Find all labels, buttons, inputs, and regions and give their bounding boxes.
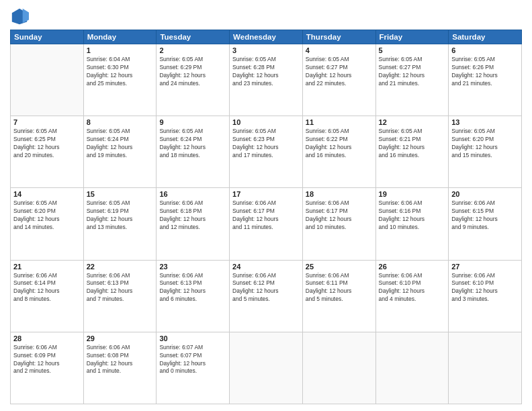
weekday-header-friday: Friday [375,30,449,44]
calendar-cell: 12Sunrise: 6:05 AM Sunset: 6:21 PM Dayli… [375,116,449,188]
calendar-cell: 10Sunrise: 6:05 AM Sunset: 6:23 PM Dayli… [230,116,303,188]
calendar-cell: 19Sunrise: 6:06 AM Sunset: 6:16 PM Dayli… [375,188,449,260]
day-info: Sunrise: 6:06 AM Sunset: 6:11 PM Dayligh… [306,272,373,304]
day-info: Sunrise: 6:06 AM Sunset: 6:09 PM Dayligh… [13,344,81,376]
calendar-cell: 2Sunrise: 6:05 AM Sunset: 6:29 PM Daylig… [157,44,230,116]
day-info: Sunrise: 6:04 AM Sunset: 6:30 PM Dayligh… [87,56,154,88]
day-info: Sunrise: 6:05 AM Sunset: 6:19 PM Dayligh… [87,199,154,232]
day-number: 18 [306,190,373,198]
day-number: 23 [159,263,226,271]
calendar-cell: 28Sunrise: 6:06 AM Sunset: 6:09 PM Dayli… [11,332,84,404]
day-info: Sunrise: 6:05 AM Sunset: 6:27 PM Dayligh… [306,56,373,88]
day-number: 14 [13,190,81,198]
calendar-cell: 1Sunrise: 6:04 AM Sunset: 6:30 PM Daylig… [83,44,157,116]
day-info: Sunrise: 6:05 AM Sunset: 6:29 PM Dayligh… [159,56,226,88]
day-number: 27 [451,263,519,271]
day-info: Sunrise: 6:05 AM Sunset: 6:22 PM Dayligh… [306,128,373,160]
day-info: Sunrise: 6:06 AM Sunset: 6:16 PM Dayligh… [379,199,446,232]
calendar-cell: 11Sunrise: 6:05 AM Sunset: 6:22 PM Dayli… [302,116,375,188]
calendar-cell [449,332,522,404]
day-number: 16 [159,190,226,198]
calendar-cell: 21Sunrise: 6:06 AM Sunset: 6:14 PM Dayli… [11,260,84,332]
weekday-header-tuesday: Tuesday [157,30,230,44]
logo [10,7,32,26]
calendar-cell: 13Sunrise: 6:05 AM Sunset: 6:20 PM Dayli… [449,116,522,188]
day-number: 7 [13,118,81,126]
day-number: 26 [379,263,446,271]
calendar-cell: 9Sunrise: 6:05 AM Sunset: 6:24 PM Daylig… [157,116,230,188]
day-info: Sunrise: 6:06 AM Sunset: 6:13 PM Dayligh… [87,272,154,304]
day-number: 29 [87,334,154,342]
calendar-cell: 4Sunrise: 6:05 AM Sunset: 6:27 PM Daylig… [302,44,375,116]
calendar-cell: 18Sunrise: 6:06 AM Sunset: 6:17 PM Dayli… [302,188,375,260]
weekday-header-monday: Monday [83,30,157,44]
day-number: 1 [87,46,154,54]
day-info: Sunrise: 6:05 AM Sunset: 6:21 PM Dayligh… [379,128,446,160]
calendar-cell: 5Sunrise: 6:05 AM Sunset: 6:27 PM Daylig… [375,44,449,116]
week-row-3: 14Sunrise: 6:05 AM Sunset: 6:20 PM Dayli… [11,188,522,260]
calendar-cell: 25Sunrise: 6:06 AM Sunset: 6:11 PM Dayli… [302,260,375,332]
calendar-cell: 26Sunrise: 6:06 AM Sunset: 6:10 PM Dayli… [375,260,449,332]
day-info: Sunrise: 6:05 AM Sunset: 6:26 PM Dayligh… [451,56,519,88]
day-info: Sunrise: 6:06 AM Sunset: 6:18 PM Dayligh… [159,199,226,232]
day-info: Sunrise: 6:05 AM Sunset: 6:27 PM Dayligh… [379,56,446,88]
calendar-cell: 23Sunrise: 6:06 AM Sunset: 6:13 PM Dayli… [157,260,230,332]
weekday-header-wednesday: Wednesday [230,30,303,44]
day-info: Sunrise: 6:06 AM Sunset: 6:14 PM Dayligh… [13,272,81,304]
weekday-header-saturday: Saturday [449,30,522,44]
day-info: Sunrise: 6:06 AM Sunset: 6:17 PM Dayligh… [306,199,373,232]
svg-marker-1 [23,9,29,23]
day-info: Sunrise: 6:05 AM Sunset: 6:24 PM Dayligh… [159,128,226,160]
day-number: 13 [451,118,519,126]
day-number: 30 [159,334,226,342]
day-info: Sunrise: 6:06 AM Sunset: 6:10 PM Dayligh… [379,272,446,304]
day-info: Sunrise: 6:07 AM Sunset: 6:07 PM Dayligh… [159,344,226,376]
week-row-1: 1Sunrise: 6:04 AM Sunset: 6:30 PM Daylig… [11,44,522,116]
calendar-cell: 8Sunrise: 6:05 AM Sunset: 6:24 PM Daylig… [83,116,157,188]
calendar-cell: 14Sunrise: 6:05 AM Sunset: 6:20 PM Dayli… [11,188,84,260]
calendar-cell [11,44,84,116]
calendar-cell: 22Sunrise: 6:06 AM Sunset: 6:13 PM Dayli… [83,260,157,332]
day-number: 19 [379,190,446,198]
weekday-header-thursday: Thursday [302,30,375,44]
day-number: 22 [87,263,154,271]
day-info: Sunrise: 6:05 AM Sunset: 6:28 PM Dayligh… [232,56,300,88]
day-number: 8 [87,118,154,126]
calendar-cell [375,332,449,404]
day-number: 2 [159,46,226,54]
day-number: 21 [13,263,81,271]
calendar-cell: 15Sunrise: 6:05 AM Sunset: 6:19 PM Dayli… [83,188,157,260]
day-number: 3 [232,46,300,54]
calendar-cell: 24Sunrise: 6:06 AM Sunset: 6:12 PM Dayli… [230,260,303,332]
logo-icon [10,7,29,26]
weekday-header-sunday: Sunday [11,30,84,44]
day-number: 9 [159,118,226,126]
calendar-cell: 7Sunrise: 6:05 AM Sunset: 6:25 PM Daylig… [11,116,84,188]
day-info: Sunrise: 6:06 AM Sunset: 6:17 PM Dayligh… [232,199,300,232]
day-number: 12 [379,118,446,126]
week-row-2: 7Sunrise: 6:05 AM Sunset: 6:25 PM Daylig… [11,116,522,188]
day-number: 20 [451,190,519,198]
day-info: Sunrise: 6:06 AM Sunset: 6:08 PM Dayligh… [87,344,154,376]
day-info: Sunrise: 6:06 AM Sunset: 6:13 PM Dayligh… [159,272,226,304]
calendar-table: SundayMondayTuesdayWednesdayThursdayFrid… [10,30,522,404]
day-number: 4 [306,46,373,54]
calendar-cell [302,332,375,404]
day-number: 15 [87,190,154,198]
day-number: 6 [451,46,519,54]
day-info: Sunrise: 6:06 AM Sunset: 6:10 PM Dayligh… [451,272,519,304]
page: SundayMondayTuesdayWednesdayThursdayFrid… [0,0,532,411]
week-row-5: 28Sunrise: 6:06 AM Sunset: 6:09 PM Dayli… [11,332,522,404]
calendar-cell: 6Sunrise: 6:05 AM Sunset: 6:26 PM Daylig… [449,44,522,116]
calendar-cell: 16Sunrise: 6:06 AM Sunset: 6:18 PM Dayli… [157,188,230,260]
calendar-cell: 3Sunrise: 6:05 AM Sunset: 6:28 PM Daylig… [230,44,303,116]
week-row-4: 21Sunrise: 6:06 AM Sunset: 6:14 PM Dayli… [11,260,522,332]
day-info: Sunrise: 6:06 AM Sunset: 6:12 PM Dayligh… [232,272,300,304]
calendar-cell: 20Sunrise: 6:06 AM Sunset: 6:15 PM Dayli… [449,188,522,260]
day-info: Sunrise: 6:05 AM Sunset: 6:25 PM Dayligh… [13,128,81,160]
header [10,7,522,26]
calendar-cell [230,332,303,404]
day-number: 24 [232,263,300,271]
day-info: Sunrise: 6:06 AM Sunset: 6:15 PM Dayligh… [451,199,519,232]
day-info: Sunrise: 6:05 AM Sunset: 6:20 PM Dayligh… [451,128,519,160]
